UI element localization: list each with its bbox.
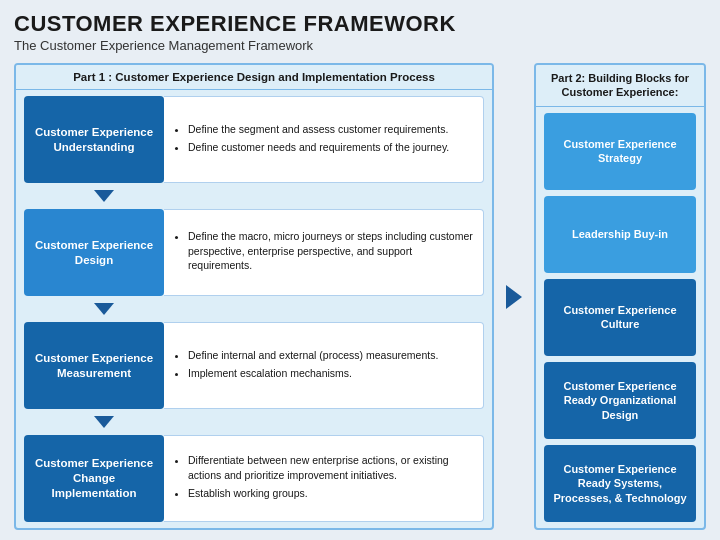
bullet-item: Implement escalation mechanisms. <box>188 366 473 381</box>
process-desc-measurement: Define internal and external (process) m… <box>164 322 484 409</box>
block-strategy: Customer Experience Strategy <box>544 113 696 190</box>
process-label-change: Customer Experience Change Implementatio… <box>24 435 164 522</box>
page: CUSTOMER EXPERIENCE FRAMEWORK The Custom… <box>0 0 720 540</box>
subtitle: The Customer Experience Management Frame… <box>14 38 706 53</box>
bullet-item: Define the macro, micro journeys or step… <box>188 229 473 273</box>
left-panel-title: Part 1 : Customer Experience Design and … <box>16 65 492 90</box>
process-desc-understanding: Define the segment and assess customer r… <box>164 96 484 183</box>
arrow-down-icon <box>94 416 114 428</box>
arrow-row-2 <box>24 415 484 429</box>
right-panel: Part 2: Building Blocks for Customer Exp… <box>534 63 706 530</box>
arrow-down-icon <box>94 303 114 315</box>
process-desc-design: Define the macro, micro journeys or step… <box>164 209 484 296</box>
left-panel: Part 1 : Customer Experience Design and … <box>14 63 494 530</box>
bullet-item: Define the segment and assess customer r… <box>188 122 473 137</box>
bullet-item: Define internal and external (process) m… <box>188 348 473 363</box>
right-panel-title: Part 2: Building Blocks for Customer Exp… <box>536 65 704 107</box>
bullet-item: Define customer needs and requirements o… <box>188 140 473 155</box>
building-blocks: Customer Experience StrategyLeadership B… <box>536 107 704 528</box>
block-culture: Customer Experience Culture <box>544 279 696 356</box>
arrow-row-0 <box>24 189 484 203</box>
main-title: CUSTOMER EXPERIENCE FRAMEWORK <box>14 12 706 36</box>
process-label-measurement: Customer Experience Measurement <box>24 322 164 409</box>
panel-arrow <box>504 285 524 309</box>
content-row: Part 1 : Customer Experience Design and … <box>14 63 706 530</box>
process-label-understanding: Customer Experience Understanding <box>24 96 164 183</box>
block-org-design: Customer Experience Ready Organizational… <box>544 362 696 439</box>
process-row-understanding: Customer Experience UnderstandingDefine … <box>24 96 484 183</box>
bullet-item: Establish working groups. <box>188 486 473 501</box>
process-label-design: Customer Experience Design <box>24 209 164 296</box>
process-desc-change: Differentiate between new enterprise act… <box>164 435 484 522</box>
block-leadership: Leadership Buy-in <box>544 196 696 273</box>
arrow-down-icon <box>94 190 114 202</box>
process-grid: Customer Experience UnderstandingDefine … <box>16 90 492 528</box>
panel-arrow-shape <box>506 285 522 309</box>
arrow-row-1 <box>24 302 484 316</box>
process-row-measurement: Customer Experience MeasurementDefine in… <box>24 322 484 409</box>
block-systems: Customer Experience Ready Systems, Proce… <box>544 445 696 522</box>
bullet-item: Differentiate between new enterprise act… <box>188 453 473 482</box>
process-row-change: Customer Experience Change Implementatio… <box>24 435 484 522</box>
process-row-design: Customer Experience DesignDefine the mac… <box>24 209 484 296</box>
